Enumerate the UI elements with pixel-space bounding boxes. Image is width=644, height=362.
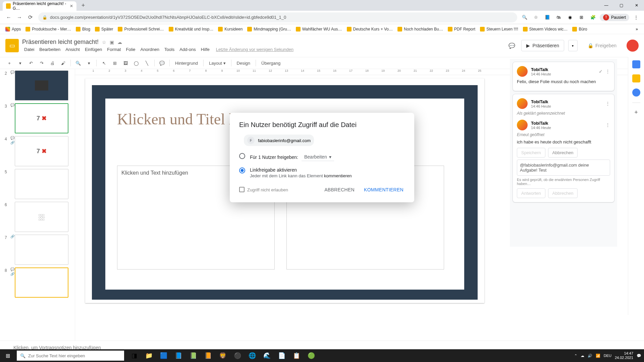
bookmark-item[interactable]: Steuern Lesen !!!! <box>478 26 520 33</box>
menu-slide[interactable]: Folie <box>124 46 137 53</box>
menu-help[interactable]: Hilfe <box>199 46 212 53</box>
line-tool[interactable]: ╲ <box>142 58 152 68</box>
document-title[interactable]: Präsentieren leicht gemacht! <box>22 39 99 46</box>
bookmark-item[interactable]: Produktsuche - Mer… <box>23 26 73 33</box>
bookmarks-overflow[interactable]: » <box>633 27 641 32</box>
bookmark-apps[interactable]: Apps <box>3 26 23 33</box>
menu-icon[interactable]: ⋮ <box>631 13 641 22</box>
image-tool[interactable]: 🖼 <box>121 58 130 68</box>
chrome-icon[interactable]: 🌐 <box>245 349 260 362</box>
star-doc-icon[interactable]: ☆ <box>102 40 106 45</box>
app-icon[interactable]: 📋 <box>289 349 304 362</box>
present-button[interactable]: ▶ Präsentieren <box>521 40 564 51</box>
bookmark-item[interactable]: Professionell Schrei… <box>116 26 166 33</box>
slide-thumbnail-selected[interactable] <box>15 267 68 298</box>
zoom-button[interactable]: 🔍 <box>73 58 83 68</box>
taskbar-search[interactable]: 🔍 Zur Suche Text hier eingeben <box>17 351 124 361</box>
extensions-icon[interactable]: 🧩 <box>588 13 598 22</box>
menu-addons[interactable]: Add-ons <box>177 46 198 53</box>
comment-draft-text[interactable]: @fabiobaslerinfo@gmail.com deine Aufgabe… <box>517 160 610 176</box>
close-window-button[interactable]: ✕ <box>629 0 644 11</box>
bookmark-item[interactable]: Mindmapping (Gru… <box>245 26 293 33</box>
new-slide-dropdown[interactable]: ▾ <box>15 58 25 68</box>
bookmark-item[interactable]: Steuern Videos wic… <box>521 26 570 33</box>
maximize-button[interactable]: ▢ <box>614 0 629 11</box>
start-button[interactable]: ⊞ <box>0 349 15 362</box>
more-icon[interactable]: ⋮ <box>605 69 610 74</box>
comment-thread[interactable]: TobiTalk 14:46 Heute ⋮ Als geklärt geken… <box>513 94 614 202</box>
comment-thread[interactable]: TobiTalk 14:46 Heute ✓ ⋮ Felix, diese Fo… <box>513 62 614 91</box>
edge-icon[interactable]: 🌊 <box>260 349 274 362</box>
tasks-icon[interactable] <box>632 88 640 97</box>
bookmark-item[interactable]: Deutsche Kurs + Vo… <box>345 26 395 33</box>
design-button[interactable]: Design <box>234 59 253 67</box>
brave-icon[interactable]: 🦁 <box>215 349 230 362</box>
word-icon[interactable]: 📘 <box>171 349 186 362</box>
task-view-icon[interactable]: ◨ <box>127 349 142 362</box>
star-icon[interactable]: ☆ <box>531 13 541 22</box>
resolve-icon[interactable]: ✓ <box>599 69 603 74</box>
ext-icon-2[interactable]: 🛍 <box>554 13 564 22</box>
shape-tool[interactable]: ◯ <box>131 58 141 68</box>
bookmark-item[interactable]: Später <box>93 26 115 33</box>
move-doc-icon[interactable]: ▣ <box>110 40 114 45</box>
confirm-button[interactable]: KOMMENTIEREN <box>363 185 405 194</box>
new-tab-button[interactable]: + <box>78 1 88 10</box>
app-icon[interactable]: 🟦 <box>156 349 171 362</box>
menu-view[interactable]: Ansicht <box>63 46 82 53</box>
slide-thumbnail[interactable] <box>15 169 68 199</box>
radio-checked[interactable] <box>239 168 245 174</box>
checkbox-icon[interactable] <box>239 187 245 192</box>
bookmark-item[interactable]: Kreativität und Insp… <box>167 26 216 33</box>
share-option-single[interactable]: Für 1 Nutzer freigeben: Bearbeiten ▾ <box>239 153 405 161</box>
ext-icon-1[interactable]: 📘 <box>543 13 552 22</box>
menu-format[interactable]: Format <box>105 46 123 53</box>
bookmark-item[interactable]: Noch hochladen Bu… <box>395 26 445 33</box>
paint-format-button[interactable]: 🖌 <box>58 58 68 68</box>
menu-tools[interactable]: Tools <box>162 46 176 53</box>
obs-icon[interactable]: ⚫ <box>230 349 245 362</box>
redo-button[interactable]: ↷ <box>37 58 46 68</box>
cancel-button[interactable]: Abbrechen <box>548 188 578 198</box>
back-button[interactable]: ← <box>3 12 14 23</box>
slide-thumbnail[interactable] <box>15 235 68 265</box>
comment-button[interactable]: 💬 <box>157 58 167 68</box>
bookmark-item[interactable]: Kursideen <box>216 26 245 33</box>
minimize-button[interactable]: — <box>599 0 614 11</box>
undo-button[interactable]: ↶ <box>26 58 36 68</box>
cloud-sync-icon[interactable]: ☁ <box>581 354 584 358</box>
new-slide-button[interactable]: + <box>5 58 14 68</box>
browser-tab[interactable]: Präsentieren leicht gemacht! - G… ✕ <box>3 1 76 11</box>
cancel-button[interactable]: ABBRECHEN <box>323 185 356 194</box>
language-indicator[interactable]: DEU <box>604 354 611 358</box>
slide-thumbnail[interactable]: 7 ✖ <box>15 136 68 166</box>
save-reply-button[interactable]: Speichern <box>517 148 545 158</box>
notifications-icon[interactable]: 💬 <box>637 354 641 358</box>
user-avatar[interactable] <box>627 40 639 52</box>
zoom-dropdown[interactable]: ▾ <box>84 58 94 68</box>
share-button[interactable]: 🔒 Freigeben <box>582 40 623 51</box>
select-tool[interactable]: ↖ <box>99 58 109 68</box>
comments-history-icon[interactable]: 💬 <box>506 40 517 51</box>
more-icon[interactable]: ⋮ <box>605 101 610 106</box>
permission-select[interactable]: Bearbeiten ▾ <box>302 153 334 161</box>
print-button[interactable]: 🖨 <box>48 58 57 68</box>
more-icon[interactable]: ⋮ <box>605 122 610 128</box>
cancel-reply-button[interactable]: Abbrechen <box>548 148 578 158</box>
bookmark-item[interactable]: Wahlfächer WU Aus… <box>294 26 344 33</box>
radio-unchecked[interactable] <box>239 153 245 159</box>
calendar-icon[interactable] <box>632 60 640 68</box>
deny-access-checkbox[interactable]: Zugriff nicht erlauben <box>239 187 288 192</box>
transition-button[interactable]: Übergang <box>259 59 283 67</box>
bookmark-item[interactable]: PDF Report <box>446 26 477 33</box>
slide-thumbnail[interactable]: 7 ✖ <box>15 103 68 133</box>
excel-icon[interactable]: 📗 <box>186 349 201 362</box>
spotify-icon[interactable]: 🟢 <box>304 349 319 362</box>
ext-icon-4[interactable]: ⊞ <box>577 13 586 22</box>
add-addon-icon[interactable]: + <box>634 109 638 116</box>
share-option-link[interactable]: Linkfreigabe aktivieren Jeder mit dem Li… <box>239 167 405 178</box>
zoom-icon[interactable]: 🔍 <box>520 13 529 22</box>
menu-file[interactable]: Datei <box>22 46 36 53</box>
bookmark-item[interactable]: Blog <box>74 26 92 33</box>
slide-thumbnail[interactable] <box>15 70 68 101</box>
